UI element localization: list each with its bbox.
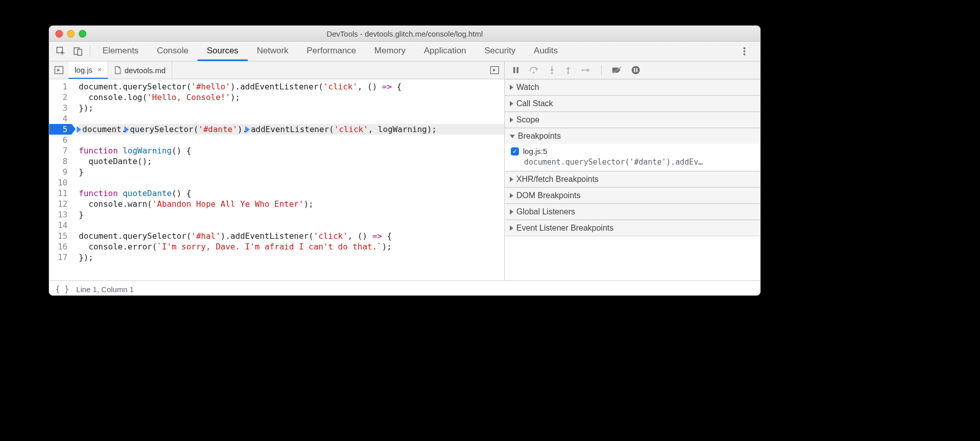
- svg-rect-9: [517, 67, 519, 73]
- tab-sources[interactable]: Sources: [198, 42, 247, 61]
- line-number[interactable]: 4: [49, 113, 72, 124]
- file-icon: [114, 66, 121, 74]
- kebab-menu-icon[interactable]: [736, 46, 753, 56]
- code-line[interactable]: console.warn('Abandon Hope All Ye Who En…: [79, 199, 504, 209]
- line-number[interactable]: 5: [49, 124, 72, 135]
- code-line[interactable]: function quoteDante() {: [79, 188, 504, 199]
- panel-label: XHR/fetch Breakpoints: [516, 175, 599, 184]
- breakpoint-preview: document.querySelector('#dante').addEv…: [511, 155, 755, 167]
- chevron-right-icon: [510, 193, 513, 198]
- code-line[interactable]: console.error(`I'm sorry, Dave. I'm afra…: [79, 241, 504, 252]
- sources-subrow: log.js×devtools.md: [49, 61, 760, 79]
- navigator-toggle-icon[interactable]: [49, 61, 69, 79]
- panel-label: DOM Breakpoints: [516, 191, 580, 200]
- window-title: DevTools - devtools.glitch.me/console/lo…: [49, 29, 760, 38]
- code-line[interactable]: [79, 135, 504, 145]
- tab-performance[interactable]: Performance: [298, 42, 365, 61]
- file-tab-log-js[interactable]: log.js×: [69, 61, 108, 79]
- panel-header[interactable]: DOM Breakpoints: [505, 187, 760, 203]
- line-number[interactable]: 6: [49, 135, 72, 145]
- deactivate-breakpoints-icon[interactable]: [612, 66, 622, 74]
- pause-script-icon[interactable]: [512, 66, 520, 74]
- line-number[interactable]: 15: [49, 231, 72, 241]
- breakpoint-item[interactable]: ✓log.js:5document.querySelector('#dante'…: [505, 144, 760, 171]
- code-line[interactable]: }: [79, 209, 504, 220]
- svg-rect-8: [513, 67, 515, 73]
- breakpoint-checkbox[interactable]: ✓: [511, 147, 519, 155]
- tab-elements[interactable]: Elements: [93, 42, 148, 61]
- titlebar: DevTools - devtools.glitch.me/console/lo…: [49, 26, 760, 42]
- cursor-position: Line 1, Column 1: [76, 285, 134, 294]
- line-number[interactable]: 13: [49, 209, 72, 220]
- panel-header[interactable]: Breakpoints: [505, 128, 760, 144]
- code-line[interactable]: quoteDante();: [79, 156, 504, 167]
- step-icon[interactable]: [581, 67, 591, 74]
- code-line[interactable]: document.querySelector('#hello').addEven…: [79, 81, 504, 92]
- line-number[interactable]: 3: [49, 103, 72, 113]
- tab-audits[interactable]: Audits: [525, 42, 567, 61]
- code-line[interactable]: function logWarning() {: [79, 145, 504, 156]
- panel-header[interactable]: Event Listener Breakpoints: [505, 220, 760, 236]
- minimize-window-button[interactable]: [67, 30, 75, 38]
- line-number[interactable]: 12: [49, 199, 72, 209]
- svg-point-3: [743, 47, 745, 49]
- debugger-toggle-icon[interactable]: [485, 61, 504, 79]
- panel-header[interactable]: Call Stack: [505, 96, 760, 111]
- line-number[interactable]: 8: [49, 156, 72, 167]
- code-line[interactable]: });: [79, 103, 504, 113]
- line-number[interactable]: 14: [49, 220, 72, 231]
- line-number[interactable]: 1: [49, 81, 72, 92]
- chevron-right-icon: [510, 209, 513, 214]
- panel-xhr-fetch-breakpoints: XHR/fetch Breakpoints: [505, 171, 760, 187]
- line-number[interactable]: 2: [49, 92, 72, 103]
- panel-header[interactable]: Watch: [505, 79, 760, 95]
- tab-security[interactable]: Security: [475, 42, 525, 61]
- svg-point-19: [632, 66, 640, 74]
- panel-header[interactable]: XHR/fetch Breakpoints: [505, 171, 760, 187]
- step-out-icon[interactable]: [565, 66, 572, 75]
- line-number[interactable]: 9: [49, 167, 72, 177]
- chevron-right-icon: [510, 117, 513, 122]
- svg-rect-21: [636, 68, 638, 72]
- tab-console[interactable]: Console: [148, 42, 198, 61]
- code-line[interactable]: document.querySelector('#dante').addEven…: [79, 124, 504, 135]
- panel-label: Global Listeners: [516, 207, 575, 216]
- panel-global-listeners: Global Listeners: [505, 204, 760, 220]
- devtools-window: DevTools - devtools.glitch.me/console/lo…: [49, 25, 761, 296]
- call-marker-icon: [245, 126, 250, 133]
- step-over-icon[interactable]: [529, 66, 539, 74]
- code-line[interactable]: [79, 177, 504, 188]
- line-number[interactable]: 16: [49, 241, 72, 252]
- close-icon[interactable]: ×: [97, 66, 102, 74]
- panel-call-stack: Call Stack: [505, 96, 760, 112]
- code-line[interactable]: console.log('Hello, Console!');: [79, 92, 504, 103]
- step-into-icon[interactable]: [548, 66, 556, 75]
- code-lines[interactable]: document.querySelector('#hello').addEven…: [72, 79, 504, 263]
- code-line[interactable]: [79, 113, 504, 124]
- file-tab-devtools-md[interactable]: devtools.md: [108, 61, 172, 79]
- line-number[interactable]: 17: [49, 252, 72, 263]
- line-number[interactable]: 11: [49, 188, 72, 199]
- tab-network[interactable]: Network: [248, 42, 298, 61]
- inspect-element-icon[interactable]: [52, 46, 70, 56]
- code-line[interactable]: }: [79, 167, 504, 177]
- close-window-button[interactable]: [55, 30, 63, 38]
- line-number-gutter[interactable]: 1234567891011121314151617: [49, 79, 72, 263]
- zoom-window-button[interactable]: [79, 30, 86, 38]
- breakpoint-title: log.js:5: [523, 147, 547, 155]
- panel-event-listener-breakpoints: Event Listener Breakpoints: [505, 220, 760, 236]
- line-number[interactable]: 10: [49, 177, 72, 188]
- code-editor[interactable]: 1234567891011121314151617 document.query…: [49, 79, 505, 280]
- device-toolbar-icon[interactable]: [70, 46, 87, 56]
- tab-memory[interactable]: Memory: [365, 42, 414, 61]
- tab-application[interactable]: Application: [415, 42, 475, 61]
- line-number[interactable]: 7: [49, 145, 72, 156]
- panel-header[interactable]: Scope: [505, 112, 760, 128]
- chevron-down-icon: [510, 135, 515, 138]
- code-line[interactable]: document.querySelector('#hal').addEventL…: [79, 231, 504, 241]
- code-line[interactable]: [79, 220, 504, 231]
- code-line[interactable]: });: [79, 252, 504, 263]
- pretty-print-icon[interactable]: { }: [55, 285, 69, 294]
- panel-header[interactable]: Global Listeners: [505, 204, 760, 219]
- pause-on-exceptions-icon[interactable]: [631, 66, 640, 75]
